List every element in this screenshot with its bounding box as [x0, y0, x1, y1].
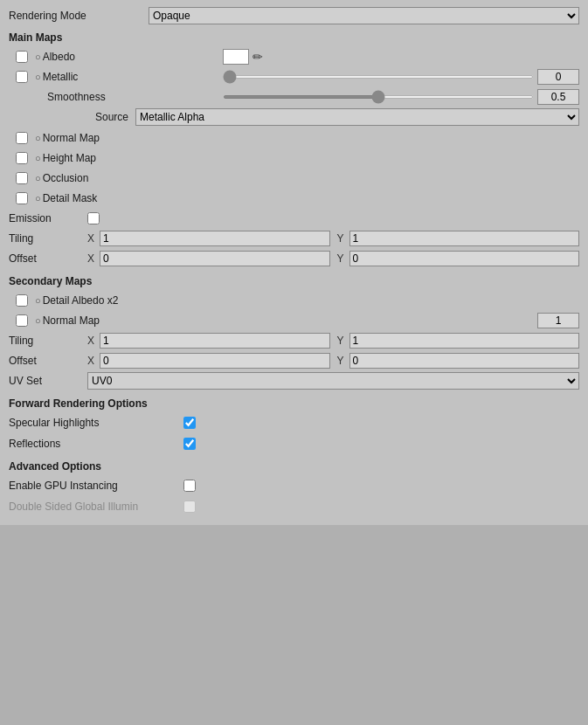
eyedropper-icon[interactable]: ✏ — [252, 50, 263, 64]
secondary-normal-label: Normal Map — [43, 314, 534, 327]
secondary-tiling-y-input[interactable] — [349, 333, 580, 349]
emission-row: Emission — [9, 209, 579, 228]
uv-set-label: UV Set — [9, 375, 87, 387]
normal-map-checkbox[interactable] — [16, 132, 28, 144]
albedo-label-area: ○ Albedo — [9, 51, 223, 63]
smoothness-label-area: Smoothness — [9, 91, 223, 103]
offset-y-label: Y — [337, 252, 349, 265]
tiling-xy-group: X Y — [87, 231, 579, 246]
rendering-mode-row: Rendering Mode Opaque Cutout Fade Transp… — [9, 7, 579, 24]
tiling-y-label: Y — [337, 232, 349, 245]
smoothness-number[interactable] — [537, 89, 579, 105]
enable-gpu-checkbox[interactable] — [183, 480, 196, 492]
secondary-tiling-label: Tiling — [9, 335, 87, 347]
source-select[interactable]: Metallic Alpha Albedo Alpha — [135, 108, 579, 126]
offset-x-label: X — [87, 252, 100, 265]
detail-mask-checkbox[interactable] — [16, 192, 28, 204]
secondary-normal-checkbox-area — [9, 314, 35, 327]
secondary-offset-row: Offset X Y — [9, 351, 579, 370]
advanced-options-title: Advanced Options — [9, 460, 579, 473]
normal-map-circle-icon: ○ — [35, 133, 41, 143]
tiling-x-input[interactable] — [100, 231, 330, 246]
metallic-checkbox-area — [9, 71, 35, 83]
detail-albedo-label: Detail Albedo x2 — [43, 294, 119, 307]
secondary-normal-map-row: ○ Normal Map — [9, 311, 579, 330]
occlusion-checkbox[interactable] — [16, 172, 28, 184]
reflections-label: Reflections — [9, 438, 183, 450]
occlusion-row: ○ Occlusion — [9, 169, 579, 188]
albedo-checkbox-area — [9, 51, 35, 63]
specular-highlights-checkbox[interactable] — [183, 417, 196, 429]
enable-gpu-label: Enable GPU Instancing — [9, 480, 183, 492]
detail-albedo-checkbox[interactable] — [16, 294, 28, 307]
secondary-offset-x-input[interactable] — [100, 353, 330, 369]
albedo-controls: ✏ — [223, 49, 263, 65]
tiling-label: Tiling — [9, 232, 87, 245]
secondary-offset-label: Offset — [9, 355, 87, 367]
smoothness-slider-container — [223, 89, 579, 105]
secondary-tiling-row: Tiling X Y — [9, 331, 579, 350]
detail-albedo-row: ○ Detail Albedo x2 — [9, 291, 579, 310]
smoothness-row: Smoothness — [9, 87, 579, 107]
detail-albedo-circle-icon: ○ — [35, 295, 41, 306]
double-sided-row: Double Sided Global Illumin — [9, 497, 579, 516]
albedo-color-swatch[interactable] — [223, 49, 249, 65]
rendering-mode-select[interactable]: Opaque Cutout Fade Transparent — [149, 7, 579, 24]
metallic-label: Metallic — [43, 71, 79, 83]
smoothness-label: Smoothness — [47, 91, 106, 103]
main-maps-title: Main Maps — [9, 31, 579, 44]
detail-albedo-checkbox-area — [9, 294, 35, 307]
reflections-row: Reflections — [9, 434, 579, 453]
albedo-checkbox[interactable] — [16, 51, 28, 63]
rendering-mode-label: Rendering Mode — [9, 10, 149, 22]
detail-mask-row: ○ Detail Mask — [9, 189, 579, 208]
emission-label: Emission — [9, 212, 87, 224]
secondary-maps-title: Secondary Maps — [9, 275, 579, 287]
metallic-label-area: ○ Metallic — [9, 71, 223, 83]
occlusion-circle-icon: ○ — [35, 173, 41, 183]
metallic-slider[interactable] — [223, 75, 534, 79]
enable-gpu-row: Enable GPU Instancing — [9, 476, 579, 495]
height-map-checkbox-area — [9, 152, 35, 164]
uv-set-select[interactable]: UV0 UV1 — [87, 372, 579, 390]
secondary-tiling-y-label: Y — [337, 335, 349, 347]
secondary-normal-number[interactable] — [537, 313, 579, 328]
height-map-circle-icon: ○ — [35, 153, 41, 163]
albedo-row: ○ Albedo ✏ — [9, 47, 579, 66]
emission-checkbox[interactable] — [87, 212, 100, 224]
normal-map-checkbox-area — [9, 132, 35, 144]
secondary-tiling-xy-group: X Y — [87, 333, 579, 349]
tiling-y-input[interactable] — [349, 231, 580, 246]
material-panel: Rendering Mode Opaque Cutout Fade Transp… — [0, 0, 588, 525]
offset-xy-group: X Y — [87, 251, 579, 266]
tiling-row: Tiling X Y — [9, 229, 579, 248]
reflections-checkbox[interactable] — [183, 438, 196, 450]
height-map-label: Height Map — [43, 152, 96, 164]
detail-mask-circle-icon: ○ — [35, 193, 41, 204]
normal-map-row: ○ Normal Map — [9, 128, 579, 148]
metallic-number[interactable] — [537, 69, 579, 85]
offset-label: Offset — [9, 252, 87, 265]
albedo-circle-icon: ○ — [35, 52, 41, 62]
offset-y-input[interactable] — [349, 251, 580, 266]
secondary-offset-xy-group: X Y — [87, 353, 579, 369]
tiling-x-label: X — [87, 232, 100, 245]
double-sided-label: Double Sided Global Illumin — [9, 501, 183, 513]
source-row: Source Metallic Alpha Albedo Alpha — [9, 107, 579, 127]
metallic-checkbox[interactable] — [16, 71, 28, 83]
double-sided-checkbox[interactable] — [183, 501, 196, 513]
source-label: Source — [9, 111, 135, 123]
metallic-slider-container — [223, 69, 579, 85]
secondary-normal-circle-icon: ○ — [35, 315, 41, 326]
secondary-tiling-x-label: X — [87, 335, 100, 347]
secondary-tiling-x-input[interactable] — [100, 333, 330, 349]
secondary-offset-x-label: X — [87, 355, 100, 367]
secondary-normal-checkbox[interactable] — [16, 314, 28, 327]
forward-rendering-title: Forward Rendering Options — [9, 397, 579, 410]
secondary-offset-y-input[interactable] — [349, 353, 580, 369]
height-map-checkbox[interactable] — [16, 152, 28, 164]
specular-highlights-row: Specular Highlights — [9, 413, 579, 432]
smoothness-slider[interactable] — [223, 95, 534, 99]
detail-mask-label: Detail Mask — [43, 192, 98, 204]
offset-x-input[interactable] — [100, 251, 330, 266]
